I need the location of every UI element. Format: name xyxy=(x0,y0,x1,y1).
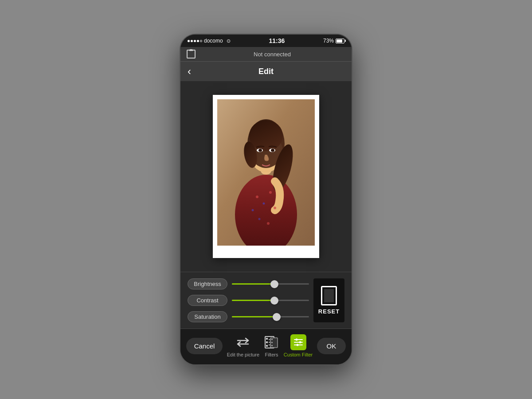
filters-icon xyxy=(263,334,279,350)
brightness-thumb[interactable] xyxy=(270,280,278,288)
custom-filter-button[interactable]: Custom Filter xyxy=(284,334,313,357)
page-title: Edit xyxy=(258,67,274,76)
svg-point-15 xyxy=(269,191,272,194)
svg-point-12 xyxy=(271,149,274,152)
saturation-slider[interactable] xyxy=(232,313,309,321)
clipboard-icon xyxy=(187,50,196,59)
contrast-row: Contrast xyxy=(188,295,309,306)
svg-point-34 xyxy=(299,341,301,344)
battery-fill xyxy=(336,39,342,43)
dot-1 xyxy=(188,40,190,42)
brightness-slider[interactable] xyxy=(232,280,309,289)
swap-icon xyxy=(235,334,251,350)
sliders-left: Brightness Contrast xyxy=(188,278,309,322)
svg-point-16 xyxy=(252,209,254,211)
dot-4 xyxy=(197,40,199,42)
photo-frame xyxy=(213,95,319,258)
reset-label: RESET xyxy=(318,308,340,315)
svg-point-19 xyxy=(267,222,270,225)
status-bar: docomo ⊙ 11:36 73% xyxy=(180,35,352,47)
connection-bar: Not connected xyxy=(180,47,352,62)
svg-rect-30 xyxy=(271,345,273,346)
contrast-fill xyxy=(232,300,274,301)
ok-button[interactable]: OK xyxy=(317,338,346,354)
reset-icon xyxy=(321,286,337,305)
nav-bar: ‹ Edit xyxy=(180,62,352,81)
brightness-label: Brightness xyxy=(188,278,227,289)
sliders-with-reset: Brightness Contrast xyxy=(188,278,344,322)
edit-picture-label: Edit the picture xyxy=(227,352,259,357)
saturation-thumb[interactable] xyxy=(273,313,281,321)
svg-rect-21 xyxy=(266,338,268,340)
svg-point-32 xyxy=(295,339,297,341)
phone-frame: docomo ⊙ 11:36 73% Not connected ‹ Edit xyxy=(180,34,352,365)
saturation-label: Saturation xyxy=(188,311,227,322)
image-area xyxy=(180,81,352,272)
filters-label: Filters xyxy=(265,352,278,357)
status-left: docomo ⊙ xyxy=(188,38,231,44)
custom-filter-icon xyxy=(290,334,306,350)
back-button[interactable]: ‹ xyxy=(188,66,191,77)
svg-point-17 xyxy=(274,207,276,209)
saturation-fill xyxy=(232,316,277,317)
edit-picture-button[interactable]: Edit the picture xyxy=(227,334,259,357)
dot-3 xyxy=(194,40,196,42)
svg-point-36 xyxy=(296,344,298,346)
brightness-track xyxy=(232,283,309,285)
bottom-toolbar: Cancel Edit the picture xyxy=(180,329,352,364)
cancel-button[interactable]: Cancel xyxy=(186,338,223,354)
svg-point-13 xyxy=(256,196,258,198)
filters-button[interactable]: Filters xyxy=(263,334,279,357)
svg-point-14 xyxy=(263,203,265,205)
reset-button[interactable]: RESET xyxy=(313,278,344,322)
photo-image xyxy=(217,99,315,246)
photo-svg-overlay xyxy=(217,99,315,246)
brightness-row: Brightness xyxy=(188,278,309,289)
connection-status: Not connected xyxy=(199,51,345,58)
svg-rect-23 xyxy=(266,345,268,347)
saturation-track xyxy=(232,316,309,317)
dot-2 xyxy=(191,40,193,42)
carrier-label: docomo xyxy=(204,38,223,44)
status-right: 73% xyxy=(323,38,344,44)
battery-icon xyxy=(336,39,344,43)
battery-label: 73% xyxy=(323,38,334,44)
svg-rect-29 xyxy=(271,342,273,343)
signal-dots xyxy=(188,40,202,42)
status-time: 11:36 xyxy=(269,37,285,44)
svg-rect-28 xyxy=(271,339,273,340)
svg-point-11 xyxy=(258,149,262,152)
contrast-label: Contrast xyxy=(188,295,227,306)
custom-filter-label: Custom Filter xyxy=(284,352,313,357)
svg-point-18 xyxy=(258,218,261,220)
svg-rect-22 xyxy=(266,341,268,343)
dot-5 xyxy=(200,40,202,42)
contrast-slider[interactable] xyxy=(232,296,309,305)
contrast-thumb[interactable] xyxy=(270,297,278,305)
sliders-section: Brightness Contrast xyxy=(180,272,352,329)
saturation-row: Saturation xyxy=(188,311,309,322)
brightness-fill xyxy=(232,283,274,285)
wifi-icon: ⊙ xyxy=(227,38,231,44)
contrast-track xyxy=(232,300,309,301)
